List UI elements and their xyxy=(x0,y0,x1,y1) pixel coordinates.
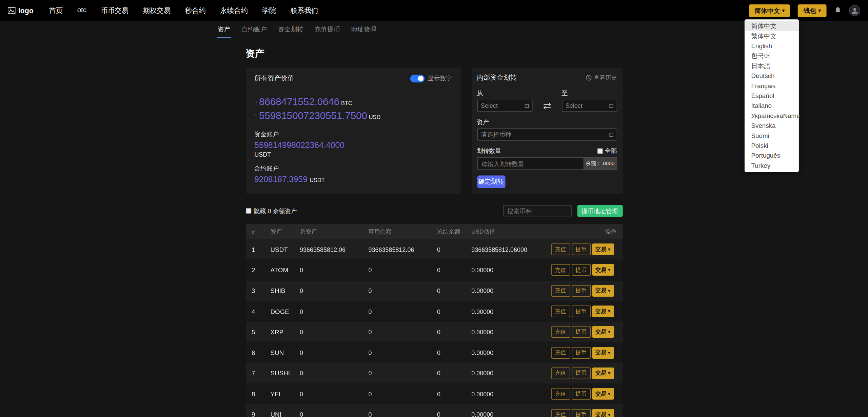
user-avatar[interactable] xyxy=(849,5,860,16)
language-option[interactable]: Português xyxy=(745,151,799,160)
cell-asset: XRP xyxy=(271,329,300,336)
usd-unit: USD xyxy=(369,114,380,120)
asset-select[interactable]: 请选择币种 xyxy=(477,128,617,141)
to-select[interactable]: Select xyxy=(561,100,617,112)
withdraw-button[interactable]: 提币 xyxy=(572,285,591,296)
nav-item-期权交易[interactable]: 期权交易 xyxy=(143,6,171,15)
cell-idx: 9 xyxy=(245,411,270,417)
withdraw-button[interactable]: 提币 xyxy=(572,347,591,358)
trade-button[interactable]: 交易▾ xyxy=(592,305,614,317)
all-checkbox-wrap: 全部 xyxy=(597,147,617,155)
cell-asset: DOGE xyxy=(271,308,300,315)
language-option[interactable]: 한국어 xyxy=(745,51,799,61)
deposit-button[interactable]: 充值 xyxy=(551,368,570,379)
trade-button[interactable]: 交易▾ xyxy=(592,388,614,400)
from-select[interactable]: Select xyxy=(477,100,532,112)
deposit-button[interactable]: 充值 xyxy=(551,388,570,400)
search-input[interactable] xyxy=(503,205,571,217)
withdraw-button[interactable]: 提币 xyxy=(572,409,591,417)
deposit-button[interactable]: 充值 xyxy=(551,347,570,358)
amount-input[interactable] xyxy=(477,157,583,170)
show-numbers-toggle[interactable] xyxy=(410,75,424,82)
deposit-button[interactable]: 充值 xyxy=(551,409,570,417)
header-available: 可用余额 xyxy=(369,228,437,236)
trade-button[interactable]: 交易▾ xyxy=(592,326,614,338)
cell-idx: 6 xyxy=(245,349,270,356)
withdraw-button[interactable]: 提币 xyxy=(572,305,591,317)
chevron-down-icon: ▾ xyxy=(608,288,610,293)
notification-bell-icon[interactable] xyxy=(834,7,841,15)
nav-item-学院[interactable]: 学院 xyxy=(262,6,276,15)
language-option[interactable]: 繁体中文 xyxy=(745,31,799,41)
trade-button[interactable]: 交易▾ xyxy=(592,409,614,417)
trade-button[interactable]: 交易▾ xyxy=(592,347,614,358)
tab-地址管理[interactable]: 地址管理 xyxy=(350,22,377,38)
cell-avail: 0 xyxy=(369,370,437,377)
withdraw-button[interactable]: 提币 xyxy=(572,326,591,338)
trade-button-label: 交易 xyxy=(595,307,607,315)
row-actions: 充值提币交易▾ xyxy=(551,388,632,400)
page: logo 首页otc币币交易期权交易秒合约永续合约学院联系我们 简体中文 ▾ 钱… xyxy=(0,0,868,417)
nav-item-联系我们[interactable]: 联系我们 xyxy=(291,6,318,15)
withdraw-button[interactable]: 提币 xyxy=(572,388,591,400)
view-history-link[interactable]: 查看历史 xyxy=(586,74,617,82)
cell-idx: 7 xyxy=(245,370,270,377)
tab-充值提币[interactable]: 充值提币 xyxy=(314,22,340,38)
tab-合约账户[interactable]: 合约账户 xyxy=(241,22,267,38)
cell-avail: 0 xyxy=(369,308,437,315)
tab-资产[interactable]: 资产 xyxy=(217,22,231,38)
swap-arrows-icon[interactable] xyxy=(542,102,552,110)
nav-item-永续合约[interactable]: 永续合约 xyxy=(220,6,248,15)
cell-frozen: 0 xyxy=(437,349,471,356)
cell-avail: 0 xyxy=(369,411,437,417)
deposit-button[interactable]: 充值 xyxy=(551,244,570,255)
table-row: 3SHIB0000.00000充值提币交易▾ xyxy=(245,280,623,301)
wallet-button[interactable]: 钱包 ▾ xyxy=(798,4,826,17)
deposit-button[interactable]: 充值 xyxy=(551,264,570,276)
language-option[interactable]: Svenska xyxy=(745,121,799,131)
trade-button[interactable]: 交易▾ xyxy=(592,368,614,379)
nav-item-币币交易[interactable]: 币币交易 xyxy=(101,6,129,15)
cell-frozen: 0 xyxy=(437,287,471,294)
deposit-button[interactable]: 充值 xyxy=(551,285,570,296)
nav-item-首页[interactable]: 首页 xyxy=(49,6,63,15)
nav-item-秒合约[interactable]: 秒合约 xyxy=(185,6,206,15)
cell-total: 0 xyxy=(300,411,368,417)
deposit-button[interactable]: 充值 xyxy=(551,326,570,338)
withdraw-address-button[interactable]: 提币地址管理 xyxy=(577,205,623,217)
cell-asset: SUN xyxy=(271,349,300,356)
language-option[interactable]: Suomi xyxy=(745,131,799,140)
withdraw-button[interactable]: 提币 xyxy=(572,368,591,379)
transfer-panel-title: 内部资金划转 xyxy=(477,73,517,83)
language-option[interactable]: Polski xyxy=(745,141,799,151)
cell-total: 0 xyxy=(300,287,368,294)
logo-text: logo xyxy=(18,6,34,15)
subnav-tabs: 资产合约账户资金划转充值提币地址管理 xyxy=(217,22,377,38)
language-option[interactable]: 日本語 xyxy=(745,61,799,71)
language-button[interactable]: 简体中文 ▾ xyxy=(749,4,790,17)
withdraw-button[interactable]: 提币 xyxy=(572,264,591,276)
language-option[interactable]: Français xyxy=(745,81,799,91)
all-checkbox[interactable] xyxy=(597,148,603,154)
trade-button[interactable]: 交易▾ xyxy=(592,244,614,255)
deposit-button[interactable]: 充值 xyxy=(551,305,570,317)
tab-资金划转[interactable]: 资金划转 xyxy=(277,22,304,38)
trade-button[interactable]: 交易▾ xyxy=(592,264,614,276)
trade-button[interactable]: 交易▾ xyxy=(592,285,614,296)
language-option[interactable]: 简体中文 xyxy=(745,21,799,31)
cell-asset: UNI xyxy=(271,411,300,417)
nav-item-otc[interactable]: otc xyxy=(77,6,86,15)
withdraw-button[interactable]: 提币 xyxy=(572,244,591,255)
logo[interactable]: logo xyxy=(8,6,34,15)
language-option[interactable]: УкраїнськаName xyxy=(745,111,799,121)
row-actions: 充值提币交易▾ xyxy=(551,368,632,379)
header-index: # xyxy=(245,228,270,235)
language-option[interactable]: Español xyxy=(745,91,799,101)
language-option[interactable]: Turkey xyxy=(745,160,799,170)
language-option[interactable]: English xyxy=(745,41,799,51)
hide-zero-checkbox[interactable] xyxy=(245,208,251,214)
language-option[interactable]: Italiano xyxy=(745,101,799,111)
btc-total-line: ≈8668471552.0646BTC xyxy=(254,96,452,108)
confirm-transfer-button[interactable]: 确定划转 xyxy=(477,176,505,188)
language-option[interactable]: Deutsch xyxy=(745,71,799,81)
